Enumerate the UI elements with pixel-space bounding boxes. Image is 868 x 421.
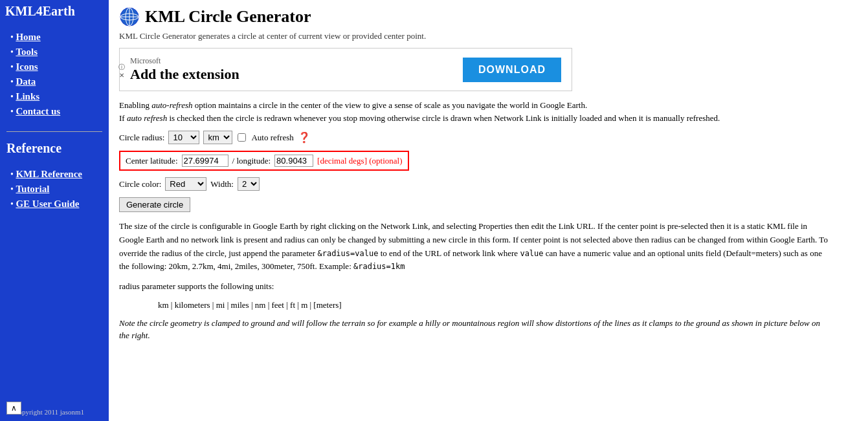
nav-item-kml-ref[interactable]: KML Reference — [10, 169, 109, 180]
nav-link-contact[interactable]: Contact us — [16, 106, 60, 116]
auto-refresh-em2: auto refresh — [127, 113, 167, 123]
auto-refresh-label: Auto refresh — [251, 133, 293, 143]
auto-refresh-em1: auto-refresh — [151, 100, 192, 110]
color-row: Circle color: RedBlueGreenYellowWhite Wi… — [119, 177, 858, 191]
nav-list: Home Tools Icons Data Links Contact us — [0, 23, 109, 126]
optional-text: [decimal degs] (optional) — [317, 156, 402, 166]
sidebar: KML4Earth Home Tools Icons Data Links Co… — [0, 0, 109, 421]
reference-nav: KML Reference Tutorial GE User Guide — [0, 160, 109, 219]
width-label: Width: — [210, 179, 234, 189]
brand-text: KML4Earth — [5, 4, 75, 18]
lat-label: Center latitude: — [126, 156, 178, 166]
ad-banner-left: Microsoft Add the extension — [130, 56, 239, 83]
ad-title: Add the extension — [130, 66, 239, 83]
info-paragraph: The size of the circle is configurable i… — [119, 220, 831, 274]
latitude-input[interactable] — [182, 155, 228, 167]
italic-note: Note the circle geometry is clamped to g… — [119, 317, 831, 342]
nav-link-home[interactable]: Home — [16, 32, 40, 42]
units-list: km | kilometers | mi | miles | nm | feet… — [119, 300, 858, 310]
page-title: KML Circle Generator — [145, 7, 311, 27]
code-radius-param: &radius=value — [317, 249, 378, 258]
units-label: radius parameter supports the following … — [119, 280, 831, 294]
nav-item-home[interactable]: Home — [10, 32, 109, 43]
auto-refresh-checkbox[interactable] — [238, 133, 246, 142]
longitude-input[interactable] — [274, 155, 313, 167]
nav-item-icons[interactable]: Icons — [10, 61, 109, 72]
ad-banner: ⓘ ✕ Microsoft Add the extension DOWNLOAD — [119, 48, 572, 91]
radius-select[interactable]: 10152050100 — [168, 131, 199, 144]
radius-row: Circle radius: 10152050100 kmminmmft Aut… — [119, 131, 858, 144]
nav-link-icons[interactable]: Icons — [16, 61, 38, 72]
globe-icon — [119, 6, 140, 27]
nav-item-ge-user-guide[interactable]: GE User Guide — [10, 199, 109, 210]
nav-link-tools[interactable]: Tools — [16, 47, 38, 57]
unit-select[interactable]: kmminmmft — [203, 131, 232, 144]
color-select[interactable]: RedBlueGreenYellowWhite — [165, 177, 206, 191]
sidebar-brand: KML4Earth — [0, 0, 109, 23]
ad-download-button[interactable]: DOWNLOAD — [463, 58, 561, 82]
page-subtitle: KML Circle Generator generates a circle … — [119, 31, 858, 41]
reference-title: Reference — [0, 137, 109, 160]
nav-item-tutorial[interactable]: Tutorial — [10, 184, 109, 195]
nav-link-links[interactable]: Links — [16, 91, 39, 102]
nav-link-ge-user-guide[interactable]: GE User Guide — [16, 199, 79, 209]
code-example: &radius=1km — [353, 262, 405, 271]
reference-list: KML Reference Tutorial GE User Guide — [0, 160, 109, 219]
scroll-up-button[interactable]: ∧ — [6, 402, 21, 415]
ad-brand: Microsoft — [130, 56, 239, 66]
nav-link-tutorial[interactable]: Tutorial — [16, 184, 49, 194]
nav-item-contact[interactable]: Contact us — [10, 106, 109, 117]
help-icon[interactable]: ❓ — [298, 131, 311, 144]
radius-label: Circle radius: — [119, 133, 164, 143]
description-text: Enabling auto-refresh option maintains a… — [119, 99, 831, 124]
title-row: KML Circle Generator — [119, 6, 858, 27]
nav-link-data[interactable]: Data — [16, 76, 36, 87]
ad-info-icon: ⓘ ✕ — [118, 63, 125, 79]
coords-row: Center latitude: / longitude: [decimal d… — [119, 151, 409, 171]
nav-item-tools[interactable]: Tools — [10, 47, 109, 58]
nav-item-links[interactable]: Links — [10, 91, 109, 102]
generate-circle-button[interactable]: Generate circle — [119, 197, 190, 212]
nav-link-kml-ref[interactable]: KML Reference — [16, 169, 82, 179]
color-label: Circle color: — [119, 179, 161, 189]
main-content: KML Circle Generator KML Circle Generato… — [109, 0, 868, 421]
sidebar-divider — [6, 131, 102, 132]
nav-item-data[interactable]: Data — [10, 76, 109, 87]
sidebar-nav: Home Tools Icons Data Links Contact us — [0, 23, 109, 126]
width-select[interactable]: 21345 — [238, 177, 260, 191]
code-value: value — [520, 249, 543, 258]
lon-separator: / longitude: — [232, 156, 271, 166]
